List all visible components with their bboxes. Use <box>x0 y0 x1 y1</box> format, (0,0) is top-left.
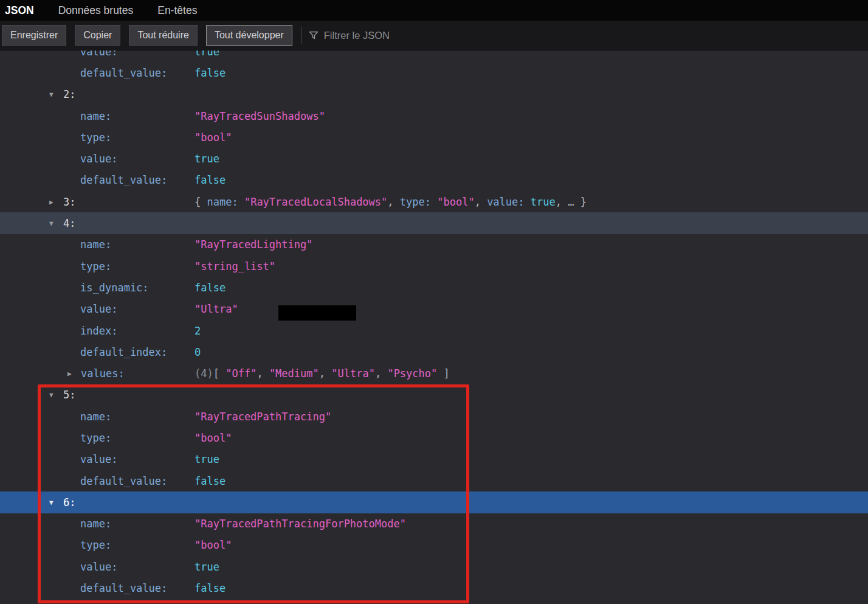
value-part-punct: { <box>195 196 207 208</box>
value-part-punct: , <box>475 196 487 208</box>
row-value: "RayTracedPathTracingForPhotoMode" <box>195 518 406 530</box>
row-label: is_dynamic: <box>80 282 149 294</box>
value-part-punct: ] <box>437 367 449 380</box>
tree-row[interactable]: default_value:false <box>0 577 868 599</box>
value-part-pkey: value: <box>487 196 531 208</box>
value-part-string: "RayTracedSunShadows" <box>195 110 325 122</box>
value-part-string: "RayTracedPathTracing" <box>195 411 331 423</box>
value-part-punct: [ <box>213 367 226 380</box>
tree-row[interactable]: value:true <box>0 148 868 169</box>
expand-all-button[interactable]: Tout développer <box>206 25 292 46</box>
tree-row[interactable]: ▶values:(4)[ "Off", "Medium", "Ultra", "… <box>0 363 868 384</box>
row-label: 2: <box>63 88 75 100</box>
tree-row[interactable]: type:"bool" <box>0 427 868 448</box>
chevron-down-icon[interactable]: ▼ <box>49 498 53 506</box>
row-value: "RayTracedPathTracing" <box>195 411 331 423</box>
tree-row[interactable]: name:"RayTracedPathTracingForPhotoMode" <box>0 513 868 535</box>
chevron-down-icon[interactable]: ▼ <box>49 220 53 227</box>
value-part-string: "bool" <box>195 131 232 144</box>
row-label: value: <box>80 561 117 573</box>
row-label: 4: <box>63 217 75 229</box>
toolbar-buttons: EnregistrerCopierTout réduireTout dévelo… <box>2 25 292 46</box>
value-part-string: "bool" <box>195 539 232 551</box>
row-value: false <box>195 67 226 79</box>
row-label: name: <box>80 411 111 423</box>
tree-row[interactable]: name:"RayTracedLighting" <box>0 234 868 255</box>
value-part-pkey: type: <box>400 196 437 208</box>
copy-button[interactable]: Copier <box>75 25 120 46</box>
tab-headers[interactable]: En-têtes <box>157 4 197 17</box>
row-value: { name: "RayTracedLocalShadows", type: "… <box>195 196 587 208</box>
row-value: (4)[ "Off", "Medium", "Ultra", "Psycho" … <box>195 367 450 380</box>
tree-row[interactable]: value:true <box>0 556 868 577</box>
row-label: 6: <box>63 496 75 509</box>
tree-row[interactable]: is_dynamic:false <box>0 277 868 298</box>
value-part-string: "string_list" <box>195 260 275 272</box>
row-label: default_value: <box>80 475 167 487</box>
value-part-punct: , <box>556 196 568 208</box>
value-part-bool: true <box>195 561 219 573</box>
row-value: "bool" <box>195 539 232 551</box>
row-value: true <box>195 153 219 165</box>
value-part-bool: true <box>195 453 219 465</box>
tree-row[interactable]: ▼2: <box>0 84 868 105</box>
tree-row[interactable]: index:2 <box>0 320 868 341</box>
tree-row[interactable]: default_index:0 <box>0 341 868 363</box>
value-part-bool: false <box>195 174 226 186</box>
toolbar-separator <box>301 27 301 44</box>
tree-row[interactable]: value:true <box>0 50 868 62</box>
chevron-down-icon[interactable]: ▼ <box>49 391 53 399</box>
value-part-string: "RayTracedPathTracingForPhotoMode" <box>195 518 406 530</box>
tree-row[interactable]: ▼6: <box>0 491 868 513</box>
value-part-bool: true <box>195 153 219 165</box>
tree-row[interactable]: value:"Ultra" <box>0 299 868 320</box>
row-value: false <box>195 582 226 594</box>
row-label: value: <box>80 153 117 165</box>
tree-row[interactable]: default_value:false <box>0 62 868 83</box>
row-label: value: <box>80 303 117 315</box>
value-part-bool: false <box>195 282 226 294</box>
chevron-right-icon[interactable]: ▶ <box>49 198 53 206</box>
filter-box[interactable] <box>309 30 518 41</box>
row-label: index: <box>80 325 117 337</box>
value-part-punct: … <box>568 196 580 208</box>
tab-raw-data[interactable]: Données brutes <box>58 4 134 17</box>
value-part-string: "Ultra" <box>331 367 375 380</box>
filter-icon <box>309 30 319 40</box>
tree-row[interactable]: type:"bool" <box>0 127 868 148</box>
row-value: 0 <box>195 346 201 358</box>
tree-row[interactable]: default_value:false <box>0 170 868 191</box>
row-value: "RayTracedSunShadows" <box>195 110 325 122</box>
value-part-bool: true <box>195 50 219 58</box>
save-button[interactable]: Enregistrer <box>2 25 66 46</box>
value-part-punct: , <box>257 367 269 380</box>
value-part-string: "RayTracedLighting" <box>195 238 312 251</box>
tree-row[interactable]: name:"RayTracedPathTracing" <box>0 406 868 427</box>
row-value: false <box>195 282 226 294</box>
value-part-dim: (4) <box>195 367 213 380</box>
value-part-string: "bool" <box>195 432 232 444</box>
tree-row[interactable]: value:true <box>0 449 868 470</box>
tree-row[interactable]: ▼5: <box>0 384 868 406</box>
redaction-mark <box>278 305 356 321</box>
tree-row[interactable]: ▼4: <box>0 212 868 234</box>
tree-row[interactable]: type:"string_list" <box>0 255 868 277</box>
tree-row[interactable]: name:"RayTracedSunShadows" <box>0 105 868 127</box>
tree-row[interactable]: default_value:false <box>0 470 868 491</box>
row-label: type: <box>80 539 111 551</box>
row-value: "bool" <box>195 131 232 144</box>
row-value: false <box>195 475 226 487</box>
value-part-string: "bool" <box>437 196 474 208</box>
chevron-down-icon[interactable]: ▼ <box>49 91 53 99</box>
value-part-bool: false <box>195 475 226 487</box>
row-label: default_value: <box>80 582 167 594</box>
row-value: "string_list" <box>195 260 275 272</box>
tree-row[interactable]: type:"bool" <box>0 535 868 556</box>
value-part-punct: , <box>375 367 387 380</box>
filter-input[interactable] <box>324 30 518 41</box>
tab-json[interactable]: JSON <box>5 4 34 17</box>
tree-row[interactable]: ▶3:{ name: "RayTracedLocalShadows", type… <box>0 191 868 212</box>
value-part-bool: true <box>531 196 556 208</box>
chevron-right-icon[interactable]: ▶ <box>67 370 72 378</box>
collapse-all-button[interactable]: Tout réduire <box>129 25 198 46</box>
